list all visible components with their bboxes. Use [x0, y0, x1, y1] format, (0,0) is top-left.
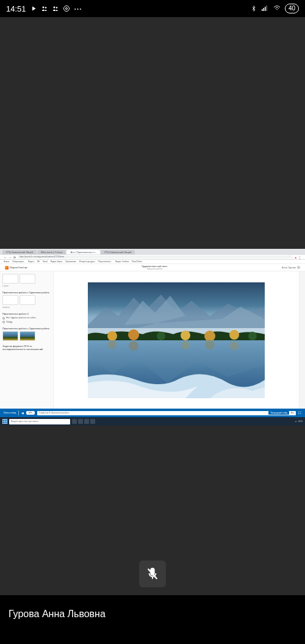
status-time: 14:51 [6, 4, 26, 13]
footer-label: Показ слайд [4, 412, 16, 414]
bookmark[interactable]: Приложения [65, 260, 76, 263]
url-input[interactable]: https://journal.1c.ru/study-journal/stud… [18, 256, 293, 259]
bookmark[interactable]: Общественная... [98, 260, 112, 263]
bookmarks-bar: Новые Лаборатория... Яндекс ВК Gmail Янд… [0, 260, 305, 264]
sidebar: 1 ответ Практическая работа с Групповая … [0, 271, 54, 409]
svg-point-2 [53, 7, 55, 9]
start-button[interactable] [2, 419, 7, 424]
task-icon[interactable] [90, 419, 95, 424]
tray-icon[interactable]: ▲ [295, 420, 297, 423]
task-icon[interactable] [72, 419, 77, 424]
presentation-footer: Показ слайд ◀ 46% Слайд 3 из 8. Практиче… [0, 409, 305, 417]
sidebar-section[interactable]: 1 ответ [2, 274, 51, 287]
svg-point-4 [63, 6, 69, 12]
svg-point-1 [45, 7, 46, 9]
browser-address-bar: ← → ⟳ https://journal.1c.ru/study-journa… [0, 255, 305, 260]
task-icon[interactable] [84, 419, 89, 424]
footer-toolbar: Слайд 3 из 8. Практическая работа Предыд… [37, 411, 296, 415]
sidebar-section[interactable]: Задание формата ОГЭ на последовательност… [2, 345, 51, 351]
android-status-bar: 14:51 ⋯ 40 [0, 0, 305, 17]
main-slide-area [54, 271, 299, 409]
fullscreen-icon[interactable]: ⛶ [298, 411, 301, 415]
participant-name: Гурова Анна Львовна [9, 609, 106, 620]
svg-point-13 [128, 329, 139, 340]
svg-point-17 [229, 330, 239, 340]
nav-forward-icon[interactable]: → [9, 256, 12, 259]
teams-icon [41, 5, 48, 12]
section-title: Практическая работа с Групповая работа [2, 291, 51, 294]
section-title: Практическая работа 2 [2, 312, 51, 315]
app-header: ЯндексУчебник Художественный текст Творч… [0, 264, 305, 271]
zoom-level[interactable]: 46% [26, 411, 35, 415]
mute-button[interactable] [139, 560, 166, 587]
svg-rect-6 [262, 9, 263, 11]
bookmark[interactable]: Лаборатория... [12, 260, 25, 263]
landscape-image [88, 282, 265, 398]
bookmark[interactable]: ВК [37, 260, 40, 263]
signal-icon [260, 5, 269, 12]
svg-rect-28 [5, 421, 7, 423]
prev-icon[interactable]: ◀ [21, 411, 24, 415]
user-name: Анна Гурова [282, 266, 296, 269]
video-call-area: ГРЦ Химический Лицей ВКонтакте | Статьи … [0, 17, 305, 595]
reload-icon[interactable]: ⟳ [13, 256, 16, 259]
option-label: Пойду [6, 321, 12, 323]
sidebar-section[interactable]: Практическая работа 2 Нет, будешь учитьс… [2, 312, 51, 323]
avatar[interactable] [297, 266, 300, 269]
svg-rect-9 [266, 5, 267, 11]
prev-slide-button[interactable]: Предыдущий слайд [268, 411, 289, 415]
browser-tab-strip: ГРЦ Химический Лицей ВКонтакте | Статьи … [0, 249, 305, 255]
page-subtitle: Творческая работа [142, 268, 167, 270]
sidebar-section[interactable]: Практическая работа с Групповая работа 4… [2, 291, 51, 309]
call-controls [0, 553, 305, 595]
browser-tab[interactable]: ГРЦ Химический Лицей [101, 250, 135, 254]
bookmark[interactable]: Яндекс [28, 260, 34, 263]
section-title: Практическая работа с Групповая работа [2, 327, 51, 330]
right-panel [299, 271, 305, 409]
bookmark[interactable]: Яндекс Учебник [115, 260, 129, 263]
app-brand: ЯндексУчебник [10, 266, 27, 269]
browser-tab[interactable]: ГРЦ Химический Лицей [2, 250, 37, 254]
task-icon[interactable] [78, 419, 83, 424]
windows-taskbar: Введите здесь текст для поиска ▲ 14:51 [0, 417, 305, 426]
svg-rect-25 [3, 420, 5, 421]
svg-rect-26 [5, 420, 7, 421]
answer-count: 4 ответа [2, 306, 51, 309]
app-body: 1 ответ Практическая работа с Групповая … [0, 271, 305, 409]
bookmark[interactable]: Word Online [132, 260, 142, 263]
app-logo-icon [5, 266, 9, 270]
svg-point-0 [42, 7, 44, 9]
play-icon [30, 5, 37, 12]
option-label: Нет, будешь учиться на собач [6, 317, 35, 319]
nav-back-icon[interactable]: ← [4, 256, 7, 259]
wifi-icon [273, 5, 281, 12]
svg-point-18 [248, 332, 257, 340]
bookmark[interactable]: Интернет-ресурсы [79, 260, 95, 263]
svg-point-14 [157, 332, 165, 340]
taskbar-time: 14:51 [298, 420, 303, 423]
chrome-icon [63, 5, 70, 12]
extensions-icon[interactable]: ● [295, 256, 296, 259]
bookmark[interactable]: Яндекс Карты [51, 260, 62, 263]
section-title: Задание формата ОГЭ на последовательност… [2, 345, 51, 351]
taskbar-search[interactable]: Введите здесь текст для поиска [9, 419, 70, 424]
sidebar-section[interactable]: Практическая работа с Групповая работа [2, 327, 51, 341]
svg-point-3 [56, 7, 57, 9]
bluetooth-icon [251, 4, 257, 13]
slide-info: Слайд 3 из 8. Практическая работа [39, 412, 267, 414]
bookmark[interactable]: Gmail [43, 260, 48, 263]
bookmark[interactable]: Новые [4, 260, 9, 263]
esc-label[interactable]: Esc [291, 412, 294, 414]
menu-icon[interactable]: ⋮ [298, 256, 301, 259]
more-icon: ⋯ [74, 4, 82, 13]
teams-icon [52, 5, 59, 12]
browser-tab[interactable]: ВКонтакте | Статьи [37, 250, 66, 254]
svg-rect-8 [265, 7, 266, 11]
svg-point-5 [65, 8, 67, 10]
svg-rect-27 [3, 421, 5, 423]
svg-point-12 [107, 331, 117, 341]
svg-point-15 [181, 331, 190, 340]
shared-desktop-screen: ГРЦ Химический Лицей ВКонтакте | Статьи … [0, 249, 305, 426]
svg-rect-7 [263, 8, 264, 11]
browser-tab[interactable]: Аня | Практическая п... [66, 250, 100, 254]
